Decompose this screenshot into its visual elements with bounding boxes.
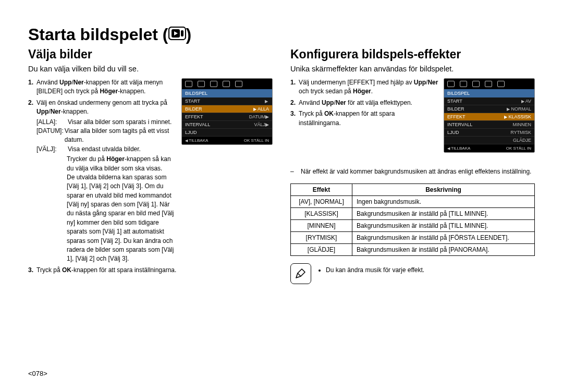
th-effect: Effekt xyxy=(291,183,352,195)
lcd-icon xyxy=(497,81,505,87)
lcd-icon xyxy=(235,81,242,87)
lcd-row-selected: BILDER▶ALLA xyxy=(182,105,272,113)
lcd-icon xyxy=(472,81,480,87)
step-3: 3. Tryck på OK-knappen för att spara ins… xyxy=(28,266,273,275)
lcd-icon xyxy=(210,81,217,87)
triangle-left-icon: ◀ xyxy=(185,139,188,142)
triangle-left-icon: ◀ xyxy=(447,146,450,150)
step-1: 1. Välj undermenyn [EFFEKT] med hjälp av… xyxy=(290,78,438,96)
step-number: 1. xyxy=(290,78,296,96)
left-lcd: BILDSPEL START▶ BILDER▶ALLA EFFEKTDATUM▶… xyxy=(181,78,273,145)
page-title: Starta bildspelet () xyxy=(28,25,191,44)
page-number: <078> xyxy=(28,370,47,377)
step-body: Välj en önskad undermeny genom att tryck… xyxy=(36,99,176,264)
pencil-note-text: Du kan ändra musik för varje effekt. xyxy=(326,266,424,274)
step-body: Använd Upp/Ner-knappen för att välja men… xyxy=(36,78,176,96)
step-body: Använd Upp/Ner för att välja effekttypen… xyxy=(299,99,438,107)
lcd-footer: ◀TILLBAKAOK STÄLL IN xyxy=(182,137,272,144)
step-number: 2. xyxy=(290,99,296,107)
lcd-title: BILDSPEL xyxy=(182,89,272,97)
table-row: [AV], [NORMAL]Ingen bakgrundsmusik. xyxy=(291,195,535,207)
def-row: [DATUM]:Visar alla bilder som tagits på … xyxy=(36,127,176,145)
left-column: Välja bilder Du kan välja vilken bild du… xyxy=(28,47,273,284)
step-body: Tryck på OK-knappen för att spara instäl… xyxy=(299,109,438,128)
effect-table: Effekt Beskrivning [AV], [NORMAL]Ingen b… xyxy=(290,183,535,256)
chevron-right-icon: ▶ xyxy=(521,99,524,104)
lcd-row: EFFEKTDATUM▶ xyxy=(182,113,272,121)
lcd-footer: ◀TILLBAKAOK STÄLL IN xyxy=(444,144,534,152)
pencil-icon xyxy=(290,263,311,284)
step-number: 3. xyxy=(28,266,33,275)
lcd-row: START▶AV xyxy=(444,97,534,105)
table-row: [KLASSISK]Bakgrundsmusiken är inställd p… xyxy=(291,207,535,219)
lcd-row: INTERVALLVÄLJ▶ xyxy=(182,121,272,129)
lcd-icon xyxy=(460,81,467,87)
step-number: 2. xyxy=(28,99,33,264)
lcd-row: LJUD xyxy=(182,129,272,137)
title-close: ) xyxy=(186,25,192,44)
step-body: Välj undermenyn [EFFEKT] med hjälp av Up… xyxy=(299,78,438,96)
slideshow-icon xyxy=(168,27,186,40)
svg-rect-3 xyxy=(181,30,183,36)
table-header-row: Effekt Beskrivning xyxy=(291,183,535,195)
step-number: 1. xyxy=(28,78,33,96)
step-number: 3. xyxy=(290,109,296,128)
step-1: 1. Använd Upp/Ner-knappen för att välja … xyxy=(28,78,176,96)
right-heading: Konfigurera bildspels-effekter xyxy=(290,47,535,62)
table-row: [GLÄDJE]Bakgrundsmusiken är inställd på … xyxy=(291,243,535,255)
step-2: 2. Använd Upp/Ner för att välja effektty… xyxy=(290,99,438,107)
lcd-row: BILDER▶NORMAL xyxy=(444,105,534,113)
right-column: Konfigurera bildspels-effekter Unika skä… xyxy=(290,47,535,284)
table-row: [MINNEN]Bakgrundsmusiken är inställd på … xyxy=(291,219,535,231)
effect-note: – När effekt är vald kommer bakgrundsmus… xyxy=(290,167,535,176)
lcd-toolbar xyxy=(444,79,534,89)
chevron-right-icon: ▶ xyxy=(253,107,256,112)
right-intro: Unika skärmeffekter kan användas för bil… xyxy=(290,65,535,73)
lcd-row-selected: EFFEKT▶KLASSISK xyxy=(444,113,534,121)
chevron-right-icon: ▶ xyxy=(504,115,507,119)
def-row: [VÄLJ]:Visa endast utvalda bilder. xyxy=(36,145,176,154)
lcd-icon xyxy=(485,81,492,87)
chevron-right-icon: ▶ xyxy=(507,107,510,112)
lcd-row: GLÄDJE xyxy=(444,137,534,144)
def-row: [ALLA]:Visar alla bilder som sparats i m… xyxy=(36,118,176,127)
left-heading: Välja bilder xyxy=(28,47,273,62)
lcd-title: BILDSPEL xyxy=(444,89,534,97)
lcd-toolbar xyxy=(182,79,272,89)
step-3: 3. Tryck på OK-knappen för att spara ins… xyxy=(290,109,438,128)
after-def: Trycker du på Höger-knappen så kan du vä… xyxy=(36,155,176,264)
lcd-row: START▶ xyxy=(182,97,272,105)
lcd-icon xyxy=(223,81,230,87)
lcd-icon xyxy=(198,81,205,87)
lcd-row: LJUDRYTMISK xyxy=(444,129,534,137)
lcd-row: INTERVALLMINNEN xyxy=(444,121,534,129)
table-row: [RYTMISK]Bakgrundsmusiken är inställd på… xyxy=(291,231,535,243)
chevron-right-icon: ▶ xyxy=(265,99,268,104)
lcd-icon xyxy=(447,81,455,87)
pencil-note: Du kan ändra musik för varje effekt. xyxy=(290,263,535,284)
page-title-row: Starta bildspelet () xyxy=(28,25,535,44)
right-lcd: BILDSPEL START▶AV BILDER▶NORMAL EFFEKT▶K… xyxy=(444,78,535,153)
lcd-icon xyxy=(185,81,192,87)
step-body: Tryck på OK-knappen för att spara instäl… xyxy=(36,266,273,275)
th-desc: Beskrivning xyxy=(352,183,535,195)
title-text: Starta bildspelet ( xyxy=(28,25,168,44)
step-2: 2. Välj en önskad undermeny genom att tr… xyxy=(28,99,176,264)
left-intro: Du kan välja vilken bild du vill se. xyxy=(28,65,273,73)
